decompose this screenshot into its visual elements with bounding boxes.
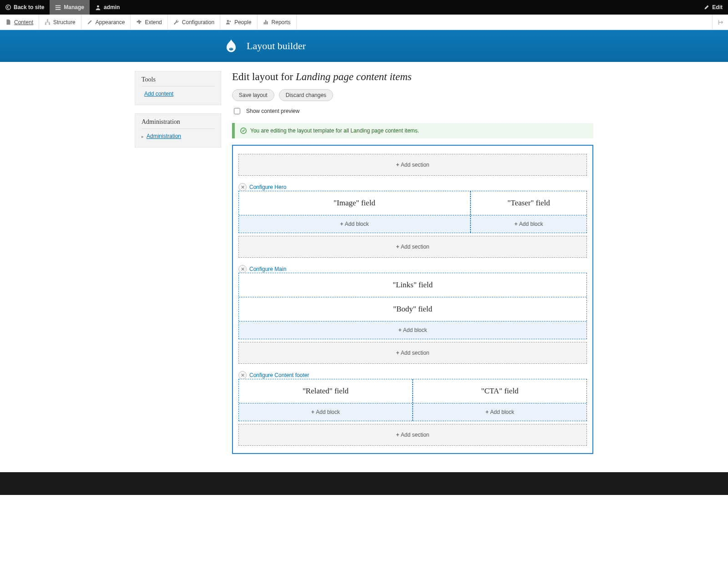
footer-col-right: "CTA" field Add block <box>413 379 586 421</box>
svg-point-4 <box>229 48 233 51</box>
section-header-main: ✕ Configure Main <box>238 265 587 273</box>
footer-col-left: "Related" field Add block <box>239 379 413 421</box>
field-links[interactable]: "Links" field <box>239 273 586 297</box>
file-icon <box>5 19 11 25</box>
content-preview-checkbox[interactable] <box>234 108 240 114</box>
back-icon <box>5 5 11 10</box>
structure-icon <box>45 19 51 25</box>
reports-icon <box>263 19 269 25</box>
back-label: Back to site <box>14 4 44 10</box>
add-block-main[interactable]: Add block <box>239 321 586 339</box>
administration-heading: Administration <box>142 118 214 129</box>
manage-toggle[interactable]: Manage <box>50 0 90 15</box>
tools-block: Tools Add content <box>135 71 221 105</box>
menu-structure[interactable]: Structure <box>39 15 81 30</box>
discard-changes-button[interactable]: Discard changes <box>279 89 333 101</box>
appearance-icon <box>87 19 93 25</box>
menu-content[interactable]: Content <box>0 15 39 30</box>
svg-point-1 <box>97 5 99 7</box>
tools-heading: Tools <box>142 76 214 87</box>
field-body[interactable]: "Body" field <box>239 297 586 321</box>
user-menu[interactable]: admin <box>90 0 125 15</box>
people-icon <box>226 19 232 25</box>
admin-menu: Content Structure Appearance Extend Conf… <box>0 15 728 30</box>
add-block-footer-left[interactable]: Add block <box>239 403 412 421</box>
hero-col-left: "Image" field Add block <box>239 191 470 233</box>
sidebar: Tools Add content Administration Adminis… <box>135 71 221 454</box>
site-footer <box>0 472 728 495</box>
field-teaser[interactable]: "Teaser" field <box>471 191 586 215</box>
main: Edit layout for Landing page content ite… <box>232 71 593 454</box>
puzzle-icon <box>136 19 142 25</box>
status-message: You are editing the layout template for … <box>232 123 593 138</box>
page-header-title: Layout builder <box>247 40 306 52</box>
hamburger-icon <box>55 5 61 10</box>
menu-extend[interactable]: Extend <box>131 15 167 30</box>
remove-section-hero[interactable]: ✕ <box>238 183 247 191</box>
toolbar: Back to site Manage admin Edit <box>0 0 728 15</box>
hero-col-right: "Teaser" field Add block <box>470 191 586 233</box>
wrench-icon <box>173 19 179 25</box>
back-to-site[interactable]: Back to site <box>0 0 50 15</box>
content-preview-toggle[interactable]: Show content preview <box>232 107 593 116</box>
field-cta[interactable]: "CTA" field <box>413 379 586 403</box>
add-block-hero-left[interactable]: Add block <box>239 215 470 233</box>
svg-point-6 <box>232 48 233 49</box>
section-content-footer: "Related" field Add block "CTA" field Ad… <box>238 379 587 421</box>
add-section-0[interactable]: Add section <box>238 154 587 176</box>
add-section-2[interactable]: Add section <box>238 342 587 364</box>
user-label: admin <box>104 4 120 10</box>
section-header-hero: ✕ Configure Hero <box>238 183 587 191</box>
drupal-logo-icon <box>223 38 239 54</box>
layout-canvas: Add section ✕ Configure Hero "Image" fie… <box>232 145 593 454</box>
svg-point-3 <box>229 20 231 22</box>
edit-toggle[interactable]: Edit <box>698 0 728 15</box>
svg-point-5 <box>230 48 231 49</box>
administration-block: Administration Administration <box>135 113 221 148</box>
add-section-3[interactable]: Add section <box>238 424 587 446</box>
edit-label: Edit <box>712 4 723 10</box>
info-icon <box>240 127 247 134</box>
add-block-hero-right[interactable]: Add block <box>471 215 586 233</box>
svg-point-0 <box>6 5 11 10</box>
configure-hero-link[interactable]: Configure Hero <box>249 184 286 190</box>
menu-configuration[interactable]: Configuration <box>168 15 220 30</box>
add-block-footer-right[interactable]: Add block <box>413 403 586 421</box>
configure-content-footer-link[interactable]: Configure Content footer <box>249 372 309 378</box>
tray-icon <box>717 19 723 25</box>
section-main: "Links" field "Body" field Add block <box>238 273 587 339</box>
menu-people[interactable]: People <box>220 15 257 30</box>
page-title: Edit layout for Landing page content ite… <box>232 71 593 83</box>
remove-section-main[interactable]: ✕ <box>238 265 247 273</box>
remove-section-footer[interactable]: ✕ <box>238 371 247 379</box>
section-hero: "Image" field Add block "Teaser" field A… <box>238 191 587 233</box>
configure-main-link[interactable]: Configure Main <box>249 266 286 272</box>
pencil-icon <box>704 5 709 10</box>
page-header: Layout builder <box>0 30 728 62</box>
field-related[interactable]: "Related" field <box>239 379 412 403</box>
add-section-1[interactable]: Add section <box>238 236 587 258</box>
sidebar-item-add-content[interactable]: Add content <box>142 89 214 98</box>
sidebar-item-administration[interactable]: Administration <box>142 132 214 141</box>
manage-label: Manage <box>64 4 84 10</box>
user-icon <box>95 5 101 10</box>
field-image[interactable]: "Image" field <box>239 191 470 215</box>
menu-reports[interactable]: Reports <box>258 15 297 30</box>
tray-orientation-toggle[interactable] <box>712 15 728 30</box>
svg-point-2 <box>227 20 229 22</box>
section-header-footer: ✕ Configure Content footer <box>238 371 587 379</box>
menu-appearance[interactable]: Appearance <box>81 15 131 30</box>
save-layout-button[interactable]: Save layout <box>232 89 274 101</box>
